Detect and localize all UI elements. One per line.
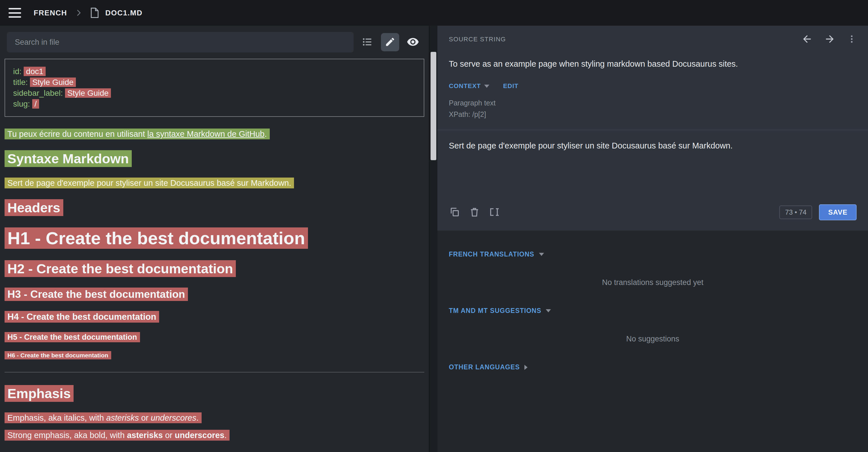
doc-block: H1 - Create the best documentation <box>5 228 424 248</box>
text-segment: Sert de page d'exemple pour styliser un … <box>7 179 291 188</box>
translations-empty-message: No translations suggested yet <box>449 278 857 287</box>
doc-string[interactable]: H3 - Create the best documentation <box>5 288 188 301</box>
doc-string[interactable]: H5 - Create the best documentation <box>5 332 140 342</box>
doc-string[interactable]: Emphasis, aka italics, with asterisks or… <box>5 412 202 423</box>
french-translations-toggle[interactable]: FRENCH TRANSLATIONS <box>449 251 857 258</box>
frontmatter-key: sidebar_label: <box>13 89 65 97</box>
doc-block: Tu peux écrire du contenu en utilisant l… <box>5 129 424 139</box>
doc-string[interactable]: doc1 <box>24 67 45 76</box>
menu-bar <box>8 16 21 18</box>
string-list-view-button[interactable] <box>358 33 376 51</box>
chevron-right-icon <box>524 365 528 370</box>
edit-label: EDIT <box>503 83 518 90</box>
doc-string[interactable]: Style Guide <box>30 77 76 87</box>
other-languages-label: OTHER LANGUAGES <box>449 363 520 371</box>
copy-source-button[interactable] <box>449 206 460 219</box>
eye-icon <box>407 36 419 49</box>
save-button[interactable]: SAVE <box>819 204 857 220</box>
chevron-down-icon <box>546 309 551 312</box>
translation-tools <box>449 206 500 219</box>
text-cursor-icon <box>489 206 500 219</box>
text-segment: H1 - Create the best documentation <box>7 228 305 248</box>
doc-string[interactable]: Headers <box>5 199 63 216</box>
menu-bar <box>8 12 21 14</box>
text-segment: H4 - Create the best documentation <box>7 312 156 322</box>
doc-string[interactable]: Style Guide <box>65 88 111 98</box>
tm-mt-suggestions-toggle[interactable]: TM AND MT SUGGESTIONS <box>449 307 857 315</box>
doc-block: H2 - Create the best documentation <box>5 261 424 277</box>
arrow-right-icon <box>824 33 836 45</box>
doc-block: H6 - Create the best documentation <box>5 352 424 359</box>
doc-block: Emphasis, aka italics, with asterisks or… <box>5 413 424 423</box>
doc-block: Headers <box>5 200 424 216</box>
doc-string[interactable]: H6 - Create the best documentation <box>5 351 111 359</box>
doc-string[interactable]: H4 - Create the best documentation <box>5 311 159 323</box>
text-selection-button[interactable] <box>489 206 500 219</box>
italic-text: asterisks <box>106 413 139 422</box>
context-label: CONTEXT <box>449 83 481 90</box>
edit-context-button[interactable]: EDIT <box>503 83 518 90</box>
menu-button[interactable] <box>8 8 21 18</box>
text-segment: H2 - Create the best documentation <box>7 261 233 276</box>
inline-link[interactable]: la syntaxe Markdown de GitHub <box>148 129 265 138</box>
frontmatter-line: id: doc1 <box>13 66 416 77</box>
chevron-right-icon <box>74 8 83 17</box>
more-options-button[interactable] <box>847 34 857 45</box>
source-string-label: SOURCE STRING <box>449 36 506 43</box>
frontmatter-block: id: doc1title: Style Guidesidebar_label:… <box>5 59 424 117</box>
text-segment: H6 - Create the best documentation <box>7 352 108 358</box>
doc-string[interactable]: Strong emphasis, aka bold, with asterisk… <box>5 430 229 441</box>
previous-string-button[interactable] <box>801 33 813 45</box>
frontmatter-key: title: <box>13 78 30 87</box>
menu-bar <box>8 8 21 9</box>
preview-mode-button[interactable] <box>404 33 422 51</box>
doc-block: H4 - Create the best documentation <box>5 312 424 322</box>
doc-block: Sert de page d'exemple pour styliser un … <box>5 179 424 188</box>
topbar: FRENCH DOC1.MD <box>0 0 868 26</box>
bold-text: underscores <box>175 431 224 440</box>
translation-toolbar: 73 • 74 SAVE <box>449 204 857 220</box>
breadcrumb-file[interactable]: DOC1.MD <box>105 8 142 18</box>
scrollbar-thumb[interactable] <box>431 52 436 160</box>
chevron-down-icon <box>484 85 489 88</box>
french-translations-label: FRENCH TRANSLATIONS <box>449 251 534 258</box>
document-preview: id: doc1title: Style Guidesidebar_label:… <box>0 58 429 452</box>
list-icon <box>362 36 373 49</box>
next-string-button[interactable] <box>824 33 836 45</box>
translate-mode-button[interactable] <box>381 33 399 51</box>
text-segment: Headers <box>7 200 60 215</box>
clear-translation-button[interactable] <box>469 206 480 219</box>
doc-string[interactable]: Sert de page d'exemple pour styliser un … <box>5 177 294 188</box>
doc-string[interactable]: / <box>32 99 39 108</box>
arrow-left-icon <box>801 33 813 45</box>
frontmatter-key: id: <box>13 67 24 76</box>
doc-string[interactable]: H1 - Create the best documentation <box>5 227 308 249</box>
text-segment: Tu peux écrire du contenu en utilisant <box>7 129 148 138</box>
tm-mt-label: TM AND MT SUGGESTIONS <box>449 307 541 315</box>
search-input[interactable] <box>7 32 353 53</box>
main-split: id: doc1title: Style Guidesidebar_label:… <box>0 26 868 452</box>
horizontal-rule <box>5 372 424 373</box>
frontmatter-line: sidebar_label: Style Guide <box>13 88 416 99</box>
text-segment: or <box>163 431 175 440</box>
chevron-down-icon <box>539 253 544 256</box>
bold-text: asterisks <box>127 431 163 440</box>
text-segment: Syntaxe Markdown <box>7 151 129 166</box>
breadcrumb-project[interactable]: FRENCH <box>34 8 67 18</box>
translation-input[interactable]: Sert de page d'exemple pour styliser un … <box>449 130 857 204</box>
doc-string[interactable]: Syntaxe Markdown <box>5 150 132 167</box>
other-languages-toggle[interactable]: OTHER LANGUAGES <box>449 363 857 371</box>
text-segment: . <box>224 431 227 440</box>
frontmatter-line: slug: / <box>13 99 416 109</box>
doc-string[interactable]: Tu peux écrire du contenu en utilisant l… <box>5 129 270 139</box>
text-segment: Emphasis <box>7 386 71 401</box>
translation-panel: SOURCE STRING <box>437 26 868 452</box>
doc-string[interactable]: H2 - Create the best documentation <box>5 260 236 277</box>
search-row <box>0 26 429 58</box>
vertical-scrollbar[interactable] <box>429 26 437 452</box>
italic-text: underscores <box>151 413 196 422</box>
doc-block: H3 - Create the best documentation <box>5 288 424 300</box>
string-navigation <box>801 33 857 45</box>
context-toggle-button[interactable]: CONTEXT <box>449 83 489 90</box>
doc-string[interactable]: Emphasis <box>5 385 73 402</box>
